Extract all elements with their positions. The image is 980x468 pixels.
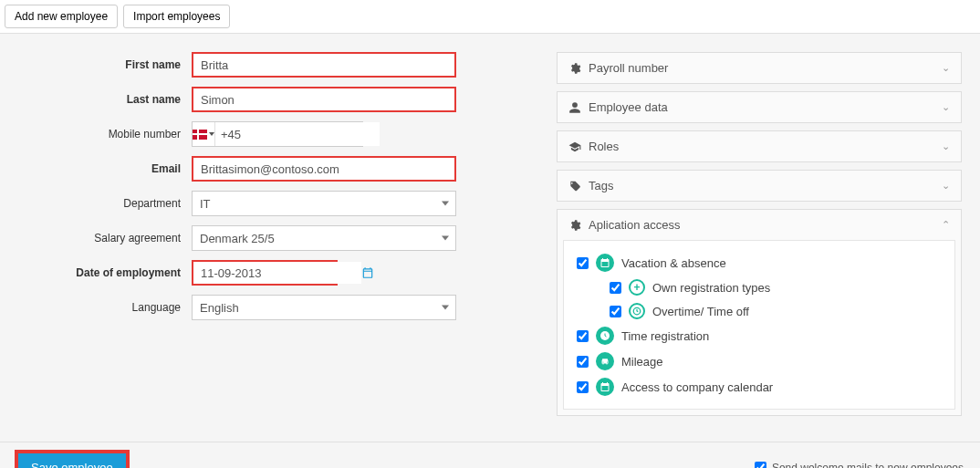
content-area: First name Last name Mobile number Email…: [0, 34, 980, 442]
panel-employee-data-header[interactable]: Employee data ⌄: [558, 92, 961, 122]
language-select[interactable]: [192, 295, 456, 320]
access-label: Access to company calendar: [621, 380, 773, 394]
save-employee-button[interactable]: Save employee: [16, 452, 128, 468]
panel-title: Tags: [589, 179, 934, 192]
panel-roles: Roles ⌄: [557, 130, 962, 162]
mobile-label: Mobile number: [18, 128, 192, 140]
graduation-icon: [568, 140, 581, 153]
mobile-input-group: [192, 121, 363, 147]
email-input[interactable]: [192, 156, 456, 182]
tags-icon: [568, 180, 581, 192]
calendar-icon[interactable]: [361, 266, 374, 279]
access-label: Own registration types: [652, 281, 770, 295]
salary-label: Salary agreement: [18, 232, 192, 244]
access-label: Mileage: [621, 355, 663, 369]
welcome-mail-label: Send welcome mails to new employees: [772, 462, 964, 469]
time-icon: [596, 327, 614, 345]
panel-tags-header[interactable]: Tags ⌄: [558, 171, 961, 201]
access-overtime: Overtime/ Time off: [577, 299, 942, 323]
welcome-mail-checkbox[interactable]: [755, 462, 766, 468]
panel-employee-data: Employee data ⌄: [557, 91, 962, 123]
clock-icon: [629, 303, 645, 319]
access-own-reg: + Own registration types: [577, 276, 942, 299]
chevron-down-icon: [442, 306, 449, 310]
access-mileage-checkbox[interactable]: [577, 356, 589, 368]
chevron-down-icon: [442, 202, 449, 206]
doe-label: Date of employment: [18, 266, 192, 279]
access-vacation-checkbox[interactable]: [577, 257, 589, 269]
chevron-down-icon: [442, 236, 449, 241]
department-select[interactable]: [192, 191, 456, 216]
vacation-icon: [596, 254, 614, 272]
chevron-down-icon: [209, 132, 214, 136]
person-icon: [568, 101, 581, 114]
country-flag-dropdown[interactable]: [193, 122, 215, 146]
access-calendar: Access to company calendar: [577, 374, 942, 400]
date-of-employment-input[interactable]: [193, 262, 361, 284]
date-of-employment-input-group: [192, 260, 338, 286]
mobile-number-input[interactable]: [215, 122, 380, 146]
access-time-reg-checkbox[interactable]: [577, 330, 589, 342]
plus-icon: +: [629, 279, 645, 296]
last-name-label: Last name: [18, 93, 192, 106]
panel-app-access-header[interactable]: Aplication access ⌃: [558, 210, 961, 240]
salary-value[interactable]: [192, 225, 456, 251]
welcome-mail-option[interactable]: Send welcome mails to new employees: [755, 462, 964, 469]
last-name-input[interactable]: [192, 87, 456, 112]
access-label: Time registration: [621, 329, 709, 343]
access-own-reg-checkbox[interactable]: [610, 282, 621, 294]
car-icon: [596, 352, 614, 370]
access-mileage: Mileage: [577, 348, 942, 374]
panel-app-access: Aplication access ⌃ Vacation & absence +…: [557, 209, 962, 416]
panel-payroll: Payroll number ⌄: [557, 52, 962, 84]
language-value[interactable]: [192, 295, 456, 320]
app-access-body: Vacation & absence + Own registration ty…: [563, 240, 955, 410]
chevron-down-icon: ⌄: [942, 62, 950, 74]
access-label: Overtime/ Time off: [652, 305, 749, 318]
chevron-down-icon: ⌄: [942, 101, 950, 113]
access-overtime-checkbox[interactable]: [610, 306, 621, 317]
first-name-label: First name: [18, 58, 192, 71]
denmark-flag-icon: [193, 130, 207, 140]
access-label: Vacation & absence: [621, 256, 726, 270]
access-calendar-checkbox[interactable]: [577, 381, 589, 393]
first-name-input[interactable]: [192, 52, 456, 78]
footer: Save employee Send welcome mails to new …: [0, 442, 980, 468]
panel-tags: Tags ⌄: [557, 170, 962, 202]
panel-title: Aplication access: [589, 218, 934, 232]
language-label: Language: [18, 301, 192, 314]
chevron-down-icon: ⌄: [942, 180, 950, 192]
calendar-access-icon: [596, 378, 614, 396]
department-value[interactable]: [192, 191, 456, 216]
chevron-down-icon: ⌄: [942, 140, 950, 152]
side-panels: Payroll number ⌄ Employee data ⌄ Roles ⌄: [557, 52, 962, 423]
panel-title: Roles: [589, 140, 934, 153]
access-vacation: Vacation & absence: [577, 250, 942, 276]
employee-form: First name Last name Mobile number Email…: [18, 52, 529, 423]
panel-roles-header[interactable]: Roles ⌄: [558, 131, 961, 161]
department-label: Department: [18, 197, 192, 210]
gear-icon: [568, 219, 581, 232]
toolbar: Add new employee Import employees: [0, 0, 980, 34]
access-time-reg: Time registration: [577, 323, 942, 348]
panel-title: Employee data: [589, 100, 934, 114]
panel-payroll-header[interactable]: Payroll number ⌄: [558, 53, 961, 83]
email-label: Email: [18, 162, 192, 175]
add-employee-button[interactable]: Add new employee: [5, 5, 118, 28]
gear-icon: [568, 62, 581, 75]
salary-select[interactable]: [192, 225, 456, 251]
chevron-up-icon: ⌃: [942, 219, 950, 231]
panel-title: Payroll number: [589, 61, 934, 75]
import-employees-button[interactable]: Import employees: [123, 5, 230, 28]
